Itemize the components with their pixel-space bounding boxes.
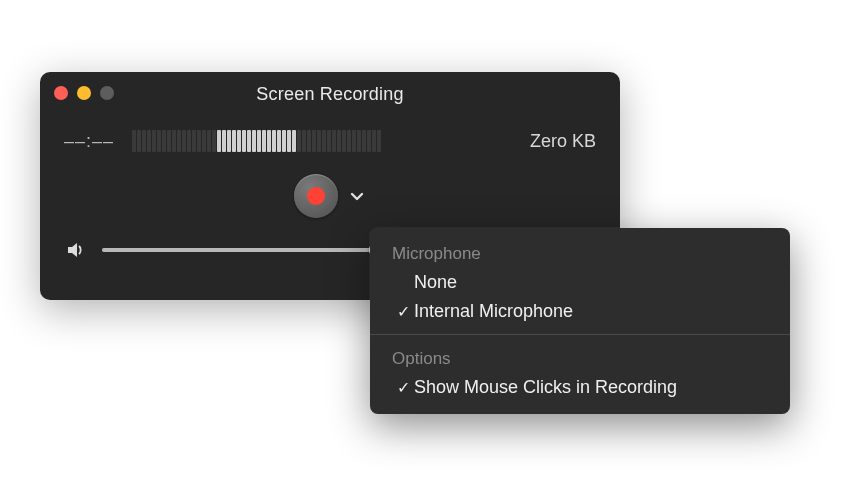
meter-bar <box>332 130 336 152</box>
record-row <box>40 174 620 218</box>
meter-bar <box>237 130 241 152</box>
slider-fill <box>102 248 378 252</box>
meter-bar <box>147 130 151 152</box>
meter-bar <box>372 130 376 152</box>
meter-bar <box>327 130 331 152</box>
info-row: ––:–– Zero KB <box>40 116 620 154</box>
meter-bar <box>167 130 171 152</box>
meter-bar <box>222 130 226 152</box>
meter-bar <box>202 130 206 152</box>
titlebar: Screen Recording <box>40 72 620 116</box>
meter-bar <box>227 130 231 152</box>
menu-item-label: None <box>414 272 457 293</box>
menu-item-mic-none[interactable]: None <box>370 268 790 297</box>
meter-bar <box>262 130 266 152</box>
audio-level-meter <box>132 128 512 154</box>
timecode: ––:–– <box>64 131 114 152</box>
minimize-button[interactable] <box>77 86 91 100</box>
meter-bar <box>212 130 216 152</box>
traffic-lights <box>54 86 114 100</box>
meter-bar <box>337 130 341 152</box>
close-button[interactable] <box>54 86 68 100</box>
menu-section-microphone: Microphone <box>370 238 790 268</box>
meter-bar <box>362 130 366 152</box>
check-icon: ✓ <box>392 302 414 321</box>
menu-item-show-clicks[interactable]: ✓ Show Mouse Clicks in Recording <box>370 373 790 402</box>
meter-bar <box>232 130 236 152</box>
menu-item-label: Internal Microphone <box>414 301 573 322</box>
meter-bar <box>367 130 371 152</box>
meter-bar <box>157 130 161 152</box>
filesize: Zero KB <box>530 131 596 152</box>
options-dropdown-toggle[interactable] <box>348 187 366 205</box>
window-title: Screen Recording <box>40 84 620 105</box>
speaker-icon <box>66 240 86 260</box>
meter-bar <box>137 130 141 152</box>
meter-bar <box>192 130 196 152</box>
meter-bar <box>287 130 291 152</box>
meter-bar <box>292 130 296 152</box>
menu-item-label: Show Mouse Clicks in Recording <box>414 377 677 398</box>
meter-bar <box>217 130 221 152</box>
menu-item-mic-internal[interactable]: ✓ Internal Microphone <box>370 297 790 326</box>
meter-bar <box>207 130 211 152</box>
menu-divider <box>370 334 790 335</box>
meter-bar <box>277 130 281 152</box>
meter-bar <box>257 130 261 152</box>
meter-bar <box>132 130 136 152</box>
meter-bar <box>272 130 276 152</box>
meter-bar <box>142 130 146 152</box>
meter-bar <box>352 130 356 152</box>
meter-bar <box>177 130 181 152</box>
meter-bar <box>307 130 311 152</box>
meter-bar <box>182 130 186 152</box>
zoom-button[interactable] <box>100 86 114 100</box>
chevron-down-icon <box>349 188 365 204</box>
meter-bar <box>357 130 361 152</box>
meter-bar <box>322 130 326 152</box>
menu-section-options: Options <box>370 343 790 373</box>
meter-bar <box>162 130 166 152</box>
meter-bar <box>377 130 381 152</box>
meter-bar <box>267 130 271 152</box>
meter-bar <box>342 130 346 152</box>
meter-bar <box>317 130 321 152</box>
meter-bar <box>242 130 246 152</box>
meter-bar <box>347 130 351 152</box>
options-dropdown-menu: Microphone None ✓ Internal Microphone Op… <box>370 228 790 414</box>
meter-bar <box>172 130 176 152</box>
meter-bar <box>187 130 191 152</box>
meter-bar <box>152 130 156 152</box>
meter-bar <box>252 130 256 152</box>
meter-bar <box>297 130 301 152</box>
meter-bar <box>302 130 306 152</box>
meter-bar <box>247 130 251 152</box>
record-icon <box>307 187 325 205</box>
record-button[interactable] <box>294 174 338 218</box>
check-icon: ✓ <box>392 378 414 397</box>
meter-bar <box>282 130 286 152</box>
meter-bar <box>197 130 201 152</box>
meter-bar <box>312 130 316 152</box>
